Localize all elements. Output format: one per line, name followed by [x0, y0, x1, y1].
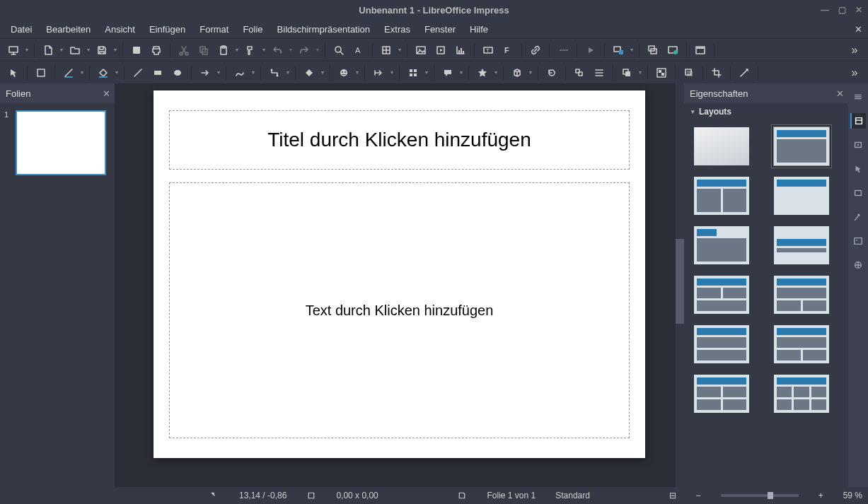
content-placeholder[interactable]: Text durch Klicken hinzufügen: [169, 182, 630, 438]
callout-icon[interactable]: [439, 64, 457, 82]
pointer-icon[interactable]: [4, 64, 23, 82]
block-arrow-icon[interactable]: [369, 64, 388, 82]
dropdown-icon[interactable]: ▾: [288, 41, 294, 59]
zoom-pan-icon[interactable]: [32, 64, 50, 82]
rotate-icon[interactable]: [543, 64, 561, 82]
filter-icon[interactable]: [735, 64, 753, 82]
window-close-icon[interactable]: ✕: [854, 5, 864, 15]
clone-format-icon[interactable]: [241, 41, 260, 59]
save-icon[interactable]: [93, 41, 111, 59]
flowchart-icon[interactable]: [404, 64, 422, 82]
align-objects-icon[interactable]: [570, 64, 589, 82]
insert-media-icon[interactable]: [432, 41, 450, 59]
dropdown-icon[interactable]: ▾: [354, 64, 360, 82]
arrange-icon[interactable]: [618, 64, 636, 82]
copy-icon[interactable]: [195, 41, 213, 59]
slide-layout-icon[interactable]: [691, 41, 710, 59]
connector-icon[interactable]: [265, 64, 284, 82]
layout-title-only[interactable]: [774, 177, 829, 215]
paste-icon[interactable]: [214, 41, 233, 59]
insert-image-icon[interactable]: [412, 41, 430, 59]
menu-format[interactable]: Format: [193, 22, 235, 37]
dropdown-icon[interactable]: ▾: [424, 64, 429, 82]
redo-icon[interactable]: [295, 41, 313, 59]
dropdown-icon[interactable]: ▾: [637, 64, 643, 82]
crop-image-icon[interactable]: [707, 64, 726, 82]
zoom-out-icon[interactable]: −: [696, 491, 701, 500]
curve-icon[interactable]: [231, 64, 249, 82]
menu-ansicht[interactable]: Ansicht: [98, 22, 141, 37]
layout-title-content[interactable]: [774, 127, 829, 165]
layout-4content[interactable]: [694, 375, 749, 413]
dropdown-icon[interactable]: ▾: [250, 64, 256, 82]
sidebar-tab-masterpages-icon[interactable]: [850, 257, 866, 273]
start-presentation-icon[interactable]: [4, 41, 23, 59]
dropdown-icon[interactable]: ▾: [629, 41, 635, 59]
layouts-section-header[interactable]: ▾ Layouts: [684, 103, 848, 120]
layout-title-content-v[interactable]: [694, 226, 749, 264]
dropdown-icon[interactable]: ▾: [493, 64, 499, 82]
dropdown-icon[interactable]: ▾: [397, 41, 403, 59]
save-status-icon[interactable]: [457, 491, 467, 500]
insert-chart-icon[interactable]: [451, 41, 470, 59]
layout-2x2[interactable]: [694, 276, 749, 314]
layout-1-over-2[interactable]: [774, 276, 829, 314]
menu-datei[interactable]: Datei: [4, 22, 38, 37]
sidebar-tab-slidetransition-icon[interactable]: [850, 137, 866, 153]
slide-props-icon[interactable]: [664, 41, 682, 59]
distribute-icon[interactable]: [590, 64, 608, 82]
slide-canvas[interactable]: Titel durch Klicken hinzufügen Text durc…: [115, 83, 684, 487]
layout-centered-text[interactable]: [774, 226, 829, 264]
close-icon[interactable]: ✕: [836, 88, 844, 99]
dropdown-icon[interactable]: ▾: [261, 41, 267, 59]
line-icon[interactable]: [129, 64, 147, 82]
menu-einfuegen[interactable]: Einfügen: [143, 22, 192, 37]
find-icon[interactable]: [330, 41, 348, 59]
menu-hilfe[interactable]: Hilfe: [463, 22, 494, 37]
sidebar-tab-settings-icon[interactable]: [850, 89, 866, 105]
shadow-icon[interactable]: [680, 64, 698, 82]
menu-folie[interactable]: Folie: [236, 22, 269, 37]
document-close-icon[interactable]: ✕: [855, 24, 862, 35]
dropdown-icon[interactable]: ▾: [320, 64, 325, 82]
dropdown-icon[interactable]: ▾: [79, 64, 85, 82]
layout-2cols[interactable]: [774, 325, 829, 363]
window-maximize-icon[interactable]: ▢: [837, 5, 847, 15]
sidebar-tab-gallery-icon[interactable]: [850, 233, 866, 249]
sidebar-tab-navigator-icon[interactable]: [850, 161, 866, 177]
dropdown-icon[interactable]: ▾: [285, 64, 291, 82]
menu-extras[interactable]: Extras: [378, 22, 417, 37]
cut-icon[interactable]: [175, 41, 193, 59]
sidebar-tab-shapes-icon[interactable]: [850, 185, 866, 201]
line-color-icon[interactable]: [59, 64, 78, 82]
menu-praesentation[interactable]: Bildschirmpräsentation: [271, 22, 377, 37]
undo-icon[interactable]: [268, 41, 287, 59]
dropdown-icon[interactable]: ▾: [112, 41, 118, 59]
3d-object-icon[interactable]: [508, 64, 526, 82]
print-icon[interactable]: [147, 41, 166, 59]
close-icon[interactable]: ✕: [103, 88, 110, 99]
menu-bearbeiten[interactable]: Bearbeiten: [40, 22, 97, 37]
layout-title-2content[interactable]: [694, 177, 749, 215]
dropdown-icon[interactable]: ▾: [114, 64, 120, 82]
symbol-shape-icon[interactable]: [335, 64, 353, 82]
dropdown-icon[interactable]: ▾: [86, 41, 91, 59]
dropdown-icon[interactable]: ▾: [389, 64, 395, 82]
grid-icon[interactable]: [377, 41, 395, 59]
rectangle-icon[interactable]: [149, 64, 167, 82]
fontwork-icon[interactable]: F: [499, 41, 517, 59]
zoom-in-icon[interactable]: +: [818, 491, 823, 500]
hyperlink-icon[interactable]: [526, 41, 545, 59]
run-macro-icon[interactable]: [581, 41, 600, 59]
layout-blank[interactable]: [694, 127, 749, 165]
dropdown-icon[interactable]: ▾: [315, 41, 320, 59]
sidebar-tab-properties-icon[interactable]: [850, 113, 866, 129]
dropdown-icon[interactable]: ▾: [528, 64, 533, 82]
new-slide-icon[interactable]: [609, 41, 627, 59]
vertical-scrollbar[interactable]: [676, 83, 684, 487]
fill-color-icon[interactable]: [94, 64, 112, 82]
slide[interactable]: Titel durch Klicken hinzufügen Text durc…: [154, 90, 645, 458]
textbox-icon[interactable]: T: [479, 41, 497, 59]
zoom-slider[interactable]: [721, 494, 799, 497]
zoom-level[interactable]: 59 %: [843, 491, 862, 500]
